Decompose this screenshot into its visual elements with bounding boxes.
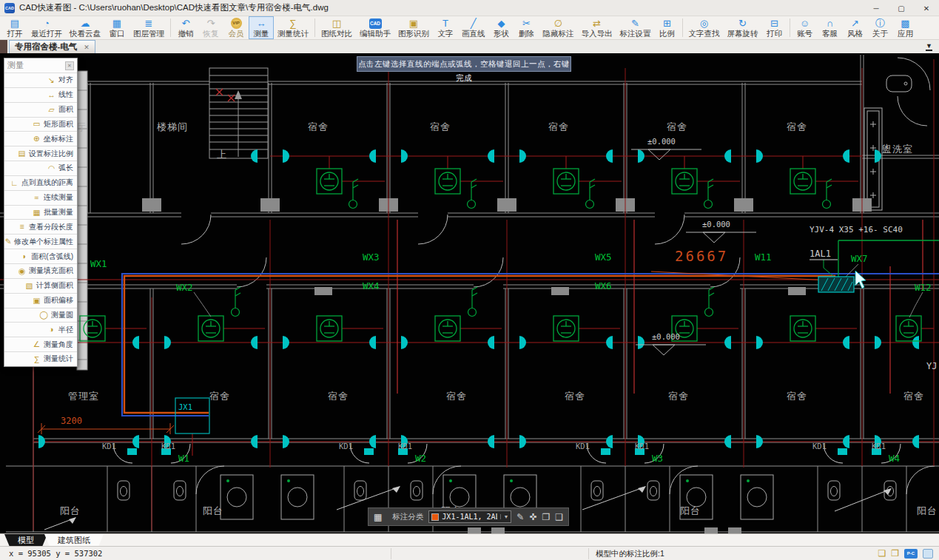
move-annotation-icon[interactable]: ✜	[529, 512, 536, 522]
measure-item-area[interactable]: ▱面积	[4, 102, 77, 117]
toolbar-button-text[interactable]: T文字	[433, 16, 458, 39]
window-mode-icon[interactable]	[923, 549, 933, 559]
paste-annotation-icon[interactable]: ❑	[555, 512, 563, 522]
chevron-down-icon[interactable]: ▼	[500, 514, 508, 519]
measure-item-rect-area[interactable]: ▭矩形面积	[4, 117, 77, 132]
measure-item-batch[interactable]: ▦批量测量	[4, 205, 77, 220]
window-title: CAD快速看图 - C:\Users\ruohan\Desktop\CAD快速看…	[19, 2, 329, 13]
toolbar-button-cloud-drive[interactable]: ☁快看云盘	[66, 16, 104, 39]
measure-item-coordinate[interactable]: ⊕坐标标注	[4, 131, 77, 146]
measure-panel-close-icon[interactable]: ✕	[65, 61, 74, 70]
circuit-label-w4: W4	[889, 453, 900, 464]
tab-building-drawing[interactable]: 建筑图纸	[44, 534, 104, 547]
toolbar-button-screen-rotate[interactable]: ↻屏幕旋转	[724, 16, 762, 39]
export-image-icon[interactable]: ❏	[878, 548, 886, 559]
toolbar-button-style[interactable]: ↗风格	[843, 16, 868, 39]
toolbar-button-redo[interactable]: ↷恢复	[198, 16, 223, 39]
measure-item-segment-length[interactable]: ≡查看分段长度	[4, 219, 77, 234]
measure-panel-header[interactable]: 测量 ✕	[4, 58, 77, 72]
toolbar-button-recent-open[interactable]: ◔最近打开	[27, 16, 66, 39]
toolbar-button-vip-member[interactable]: VIP会员	[223, 16, 249, 39]
toolbar-button-window[interactable]: ▦窗口	[104, 16, 129, 39]
measure-item-arc-length[interactable]: ◠弧长	[4, 161, 77, 175]
room-label-dorm: 宿舍	[548, 121, 569, 132]
toolbar-button-erase[interactable]: ✂删除	[514, 16, 539, 39]
grid-icon[interactable]: ▦	[374, 512, 382, 522]
area-arc-icon: ◗	[19, 252, 29, 260]
measure-item-stats[interactable]: ∑测量统计	[4, 351, 77, 366]
device-label-kd1: KD1	[812, 442, 827, 451]
toolbar-button-redo-label: 恢复	[203, 29, 219, 38]
document-tab[interactable]: 专用宿舍楼-电气 ✕	[9, 40, 95, 53]
measure-item-area-arc[interactable]: ◗面积(含弧线)	[4, 249, 77, 263]
toolbar-button-measure[interactable]: ↔测量	[249, 16, 274, 39]
toolbar-button-print[interactable]: ⊟打印	[762, 16, 787, 39]
toolbar-button-text-search[interactable]: ◎文字查找	[685, 16, 724, 39]
draw-line-icon: ╱	[471, 18, 477, 29]
measure-item-side-area[interactable]: ▧计算侧面积	[4, 278, 77, 293]
room-label-balcony: 阳台	[60, 505, 81, 516]
shape-recognition-icon: ▣	[409, 18, 418, 29]
toolbar-button-hide-annotation[interactable]: ∅隐藏标注	[539, 16, 578, 39]
toolbar-button-shapes[interactable]: ◆形状	[489, 16, 514, 39]
toolbar-button-annotation-settings[interactable]: ✎标注设置	[616, 16, 655, 39]
cad-viewer-window: CAD CAD快速看图 - C:\Users\ruohan\Desktop\CA…	[0, 0, 939, 560]
measure-item-linear-label: 线性	[58, 90, 73, 100]
account-icon: ☺	[800, 18, 810, 29]
drawing-canvas[interactable]: ±0.000 ±0.000 ±0.000	[0, 53, 939, 533]
tab-overflow-caret-icon[interactable]: ▼	[926, 42, 932, 51]
measure-item-set-scale[interactable]: ▤设置标注比例	[4, 146, 77, 161]
tab-model[interactable]: 模型	[4, 534, 47, 547]
fill-area-icon: ◉	[17, 267, 27, 275]
drawing-compare-icon: ◫	[332, 18, 341, 29]
annotation-class-dropdown[interactable]: JX1-1AL1, 2AL1 ▼	[428, 510, 511, 523]
measure-item-angle[interactable]: ∠测量角度	[4, 337, 77, 351]
measure-item-align[interactable]: ↘对齐	[4, 72, 77, 87]
toolbar-button-scale[interactable]: ⊞比例	[655, 16, 680, 39]
toolbar-button-apps[interactable]: ▩应用	[893, 16, 918, 39]
toolbar-button-layer-manager[interactable]: ≣图层管理	[129, 16, 168, 39]
close-button[interactable]: ✕	[914, 0, 939, 16]
minimize-button[interactable]: ─	[864, 0, 889, 16]
batch-icon: ▦	[32, 209, 41, 217]
toolbar-button-drawing-compare[interactable]: ◫图纸对比	[317, 16, 356, 39]
tab-close-icon[interactable]: ✕	[84, 44, 90, 51]
cursor-coordinates: x = 95305 y = 537302	[9, 549, 102, 558]
segment-length-icon: ≡	[17, 223, 27, 231]
toolbar-button-open[interactable]: ▤打开	[2, 16, 27, 39]
measure-item-continuous[interactable]: ≈连续测量	[4, 190, 77, 205]
device-label-kd1: KD1	[161, 442, 175, 451]
measure-item-point-to-line[interactable]: ∟点到直线的距离	[4, 175, 77, 190]
toolbar-button-edit-assistant[interactable]: CAD编辑助手	[356, 16, 394, 39]
edit-annotation-icon[interactable]: ✎	[516, 512, 524, 522]
toolbar-button-draw-line[interactable]: ╱画直线	[458, 16, 489, 39]
measurement-value-26667[interactable]: 26667	[675, 248, 728, 264]
measure-item-radius[interactable]: ◑半径	[4, 322, 77, 337]
copy-annotation-icon[interactable]: ❐	[542, 512, 550, 522]
toolbar-button-import-export[interactable]: ⇄导入导出	[578, 16, 616, 39]
toolbar-button-account[interactable]: ☺账号	[792, 16, 818, 39]
divider	[391, 548, 391, 559]
measure-item-circle[interactable]: ◯测量圆	[4, 308, 77, 323]
measure-icon: ↔	[257, 18, 266, 29]
export-pdf-icon[interactable]: ❐	[891, 548, 899, 559]
toolbar-button-undo[interactable]: ↶撤销	[173, 16, 198, 39]
measure-item-modify-single[interactable]: ✎修改单个标注属性	[4, 234, 77, 249]
measure-item-area-offset[interactable]: ▣面积偏移	[4, 293, 77, 308]
circuit-label-wx7: WX7	[851, 253, 868, 264]
toolbar-button-shape-recognition[interactable]: ▣图形识别	[394, 16, 433, 39]
circuit-label-wx5: WX5	[595, 252, 612, 263]
align-icon: ↘	[47, 76, 56, 84]
toolbar-separator	[790, 18, 790, 37]
toolbar-button-about[interactable]: ⓘ关于	[868, 16, 893, 39]
maximize-button[interactable]: ▢	[889, 0, 914, 16]
toolbar-button-style-label: 风格	[847, 29, 863, 38]
cad-drawing[interactable]: ±0.000 ±0.000 ±0.000	[0, 53, 939, 533]
pc-transfer-icon[interactable]: P-C	[904, 549, 918, 559]
measurement-annotations[interactable]: 26667 3200	[61, 248, 728, 426]
measure-item-fill-area[interactable]: ◉测量填充面积	[4, 263, 77, 278]
toolbar-button-measure-stats[interactable]: ∑测量统计	[274, 16, 312, 39]
measure-panel: 测量 ✕ ↘对齐 ↔线性 ▱面积 ▭矩形面积 ⊕坐标标注 ▤设置标注比例 ◠弧长…	[4, 58, 78, 367]
measure-item-linear[interactable]: ↔线性	[4, 87, 77, 102]
toolbar-button-support[interactable]: ∩客服	[818, 16, 843, 39]
